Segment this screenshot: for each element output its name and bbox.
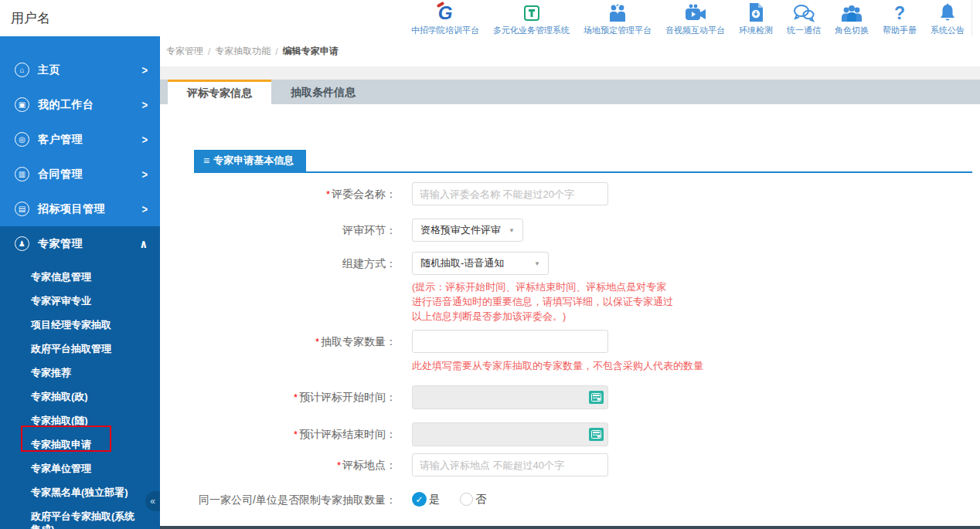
form-row-review-stage: 评审环节： 资格预审文件评审 ▼ (160, 219, 980, 242)
chevron-right-icon: > (141, 168, 148, 181)
app-environment-check[interactable]: 环境检测 (732, 0, 780, 36)
tab-extraction-conditions[interactable]: 抽取条件信息 (271, 80, 375, 104)
submenu-expert-review-major[interactable]: 专家评审专业 (0, 289, 147, 313)
form-row-limit-same-company: 同一家公司/单位是否限制专家抽取数量： ✓ 是 否 (160, 488, 980, 511)
app-training-platform[interactable]: G 中招学院培训平台 (404, 0, 486, 36)
form-row-expert-count: *抽取专家数量： 此处填写需要从专家库抽取的专家数量，不包含采购人代表的数量 (160, 330, 980, 373)
tab-expert-info[interactable]: 评标专家信息 (168, 80, 271, 104)
submenu-expert-recommend[interactable]: 专家推荐 (0, 361, 147, 385)
bell-icon (939, 2, 956, 22)
required-marker: * (294, 392, 298, 403)
breadcrumb-item[interactable]: 专家管理 (166, 45, 203, 58)
contract-icon: ▥ (15, 167, 29, 181)
app-unified-comms[interactable]: 统一通信 (780, 0, 828, 36)
home-icon: ⌂ (15, 63, 29, 77)
section-title-tab: ≡ 专家申请基本信息 (194, 150, 306, 171)
chevron-right-icon: > (141, 133, 148, 146)
expert-person-icon: ♟ (15, 236, 29, 251)
chevron-right-icon: > (141, 63, 148, 76)
required-marker: * (337, 459, 341, 471)
sidebar-item-contracts[interactable]: ▥ 合同管理 > (0, 157, 160, 192)
form-row-committee-name: *评委会名称： (160, 182, 980, 206)
submenu-expert-extraction-gov[interactable]: 专家抽取(政) (0, 385, 147, 409)
sidebar-collapse-button[interactable]: « (145, 491, 160, 511)
sidebar-item-expert-management[interactable]: ♟ 专家管理 ∧ (0, 226, 160, 261)
end-time-input[interactable] (412, 422, 608, 446)
chevron-right-icon: > (141, 98, 148, 111)
review-stage-value: 资格预审文件评审 (420, 223, 501, 237)
app-venue-booking[interactable]: 场地预定管理平台 (577, 0, 658, 36)
tab-bar: 评标专家信息 抽取条件信息 (160, 80, 980, 104)
section-title: 专家申请基本信息 (213, 154, 294, 168)
venue-people-icon (607, 2, 628, 22)
app-av-interaction[interactable]: 音视频互动平台 (658, 0, 732, 36)
username-label: 用户名 (11, 9, 50, 27)
formation-mode-select[interactable]: 随机抽取-语音通知 ▼ (412, 252, 549, 275)
breadcrumb-current: 编辑专家申请 (283, 45, 339, 58)
sidebar-item-home[interactable]: ⌂ 主页 > (0, 53, 160, 87)
breadcrumb-separator: / (275, 46, 277, 57)
expert-count-label: 抽取专家数量： (321, 335, 396, 348)
list-icon: ≡ (203, 154, 209, 167)
app-role-switch[interactable]: 角色切换 (828, 0, 876, 36)
section-header-bar: ≡ 专家申请基本信息 (194, 150, 972, 173)
chevron-right-icon: > (141, 202, 148, 215)
chevron-up-icon: ∧ (139, 237, 148, 250)
radio-option-yes[interactable]: ✓ 是 (412, 492, 440, 507)
calendar-icon[interactable] (589, 391, 604, 404)
form-row-end-time: *预计评标结束时间： (160, 422, 980, 446)
submenu-gov-platform-extraction[interactable]: 政府平台抽取管理 (0, 337, 147, 361)
submenu-expert-extraction-random[interactable]: 专家抽取(随) (0, 409, 147, 432)
app-help-manual[interactable]: ? 帮助手册 (876, 0, 924, 36)
app-launcher-bar: G 中招学院培训平台 多元化业务管理系统 场地预定管理平台 音视频互动平台 (404, 0, 972, 36)
question-mark-icon: ? (894, 2, 905, 22)
breadcrumb: 专家管理 / 专家抽取功能 / 编辑专家申请 (160, 36, 980, 66)
submenu-gov-expert-extraction-integrated[interactable]: 政府平台专家抽取(系统集成) (0, 504, 147, 529)
header-gap-strip (160, 66, 980, 80)
chevron-down-icon: ▼ (509, 227, 515, 234)
location-input[interactable] (412, 453, 608, 476)
expert-submenu: 专家信息管理 专家评审专业 项目经理专家抽取 政府平台抽取管理 专家推荐 专家抽… (0, 261, 160, 529)
location-label: 评标地点： (342, 459, 396, 471)
submenu-expert-blacklist[interactable]: 专家黑名单(独立部署) (0, 480, 147, 504)
breadcrumb-item[interactable]: 专家抽取功能 (215, 45, 271, 58)
start-time-label: 预计评标开始时间： (299, 391, 396, 403)
sidebar-item-workbench[interactable]: ▣ 我的工作台 > (0, 87, 160, 122)
start-time-input[interactable] (412, 385, 608, 409)
submenu-expert-info[interactable]: 专家信息管理 (0, 265, 147, 289)
form-row-formation-mode: 组建方式： 随机抽取-语音通知 ▼ (提示：评标开始时间、评标结束时间、评标地点… (160, 252, 980, 324)
customer-icon: ◎ (15, 132, 29, 147)
users-group-icon (840, 2, 863, 22)
top-header: 用户名 G 中招学院培训平台 多元化业务管理系统 场地预定管理平台 音视频互动平… (0, 0, 980, 36)
main-content: 专家管理 / 专家抽取功能 / 编辑专家申请 评标专家信息 抽取条件信息 ≡ 专… (160, 36, 980, 529)
required-marker: * (315, 336, 319, 348)
camera-icon (684, 2, 707, 22)
committee-name-input[interactable] (412, 182, 608, 205)
expert-count-input[interactable] (412, 330, 608, 353)
calendar-icon[interactable] (589, 428, 604, 441)
g-logo-icon: G (438, 2, 453, 22)
review-stage-label: 评审环节： (160, 219, 396, 242)
review-stage-select[interactable]: 资格预审文件评审 ▼ (412, 219, 523, 242)
form-row-location: *评标地点： (160, 453, 980, 477)
sidebar-section-experts: ♟ 专家管理 ∧ 专家信息管理 专家评审专业 项目经理专家抽取 政府平台抽取管理… (0, 226, 160, 529)
sidebar-item-customers[interactable]: ◎ 客户管理 > (0, 122, 160, 157)
app-system-announcement[interactable]: 系统公告 (924, 0, 971, 36)
formation-mode-value: 随机抽取-语音通知 (420, 256, 504, 270)
app-diversified-business[interactable]: 多元化业务管理系统 (486, 0, 577, 36)
bottom-divider-bar (160, 526, 980, 529)
required-marker: * (294, 429, 298, 440)
chat-bubbles-icon (793, 2, 815, 22)
submenu-expert-extraction-apply[interactable]: 专家抽取申请 (0, 432, 147, 456)
submenu-expert-unit-management[interactable]: 专家单位管理 (0, 456, 147, 480)
workbench-icon: ▣ (15, 97, 29, 112)
radio-option-no[interactable]: 否 (460, 493, 486, 507)
submenu-pm-expert-extraction[interactable]: 项目经理专家抽取 (0, 313, 147, 337)
doc-download-icon (747, 2, 764, 22)
radio-checked-icon: ✓ (412, 492, 427, 507)
limit-same-company-label: 同一家公司/单位是否限制专家抽取数量： (160, 488, 396, 511)
formation-mode-hint: (提示：评标开始时间、评标结束时间、评标地点是对专家进行语音通知时的重要信息，请… (412, 280, 676, 324)
committee-name-label: 评委会名称： (332, 188, 396, 200)
sidebar-item-bid-projects[interactable]: ▤ 招标项目管理 > (0, 192, 160, 226)
form-row-start-time: *预计评标开始时间： (160, 385, 980, 409)
